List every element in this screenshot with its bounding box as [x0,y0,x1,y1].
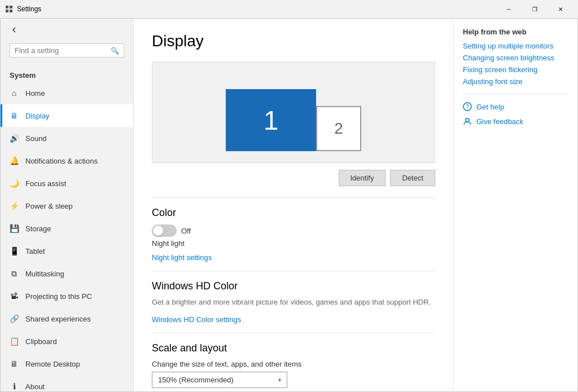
monitor-buttons: Identify Detect [152,170,435,186]
divider-1 [152,197,435,198]
close-button[interactable]: ✕ [548,0,573,18]
monitor-preview: 1 2 [152,61,435,163]
sidebar-label-storage: Storage [25,224,124,233]
night-light-toggle[interactable] [152,224,177,237]
scale-dropdown-arrow: ▾ [278,377,281,383]
help-link[interactable]: Setting up multiple monitors [463,42,568,50]
sidebar-item-storage[interactable]: 💾 Storage [1,217,133,240]
identify-button[interactable]: Identify [339,170,386,186]
scale-field-label: Change the size of text, apps, and other… [152,360,435,368]
svg-text:?: ? [466,104,469,110]
titlebar-controls: ─ ❐ ✕ [496,0,573,18]
sidebar-label-home: Home [25,89,124,98]
help-link[interactable]: Adjusting font size [463,77,568,86]
content-area: Display 1 2 Identify Detect Color [134,19,577,391]
help-links: Setting up multiple monitorsChanging scr… [463,42,568,86]
app-container: 🔍 System ⌂ Home 🖥 Display 🔊 Sound 🔔 Noti… [0,18,578,392]
scale-dropdown[interactable]: 150% (Recommended) ▾ [152,372,287,388]
monitor-1[interactable]: 1 [226,89,316,151]
sidebar: 🔍 System ⌂ Home 🖥 Display 🔊 Sound 🔔 Noti… [1,19,134,391]
sidebar-item-sound[interactable]: 🔊 Sound [1,127,133,149]
sidebar-label-remote: Remote Desktop [25,360,124,368]
remote-icon: 🖥 [10,359,19,368]
titlebar: Settings ─ ❐ ✕ [0,0,578,18]
sidebar-item-clipboard[interactable]: 📋 Clipboard [1,330,133,353]
sidebar-item-display[interactable]: 🖥 Display [1,104,133,127]
sidebar-item-power[interactable]: ⚡ Power & sleep [1,195,133,217]
give-feedback-label: Give feedback [476,117,523,126]
svg-point-6 [466,118,469,122]
give-feedback-action[interactable]: Give feedback [463,117,568,126]
sidebar-label-sound: Sound [25,134,124,143]
sidebar-item-shared[interactable]: 🔗 Shared experiences [1,307,133,330]
multitasking-icon: ⧉ [10,269,19,278]
sidebar-label-clipboard: Clipboard [25,337,124,346]
search-input[interactable] [15,46,111,55]
power-icon: ⚡ [10,201,19,210]
sidebar-label-multitasking: Multitasking [25,270,124,278]
notifications-icon: 🔔 [10,156,19,165]
sidebar-label-notifications: Notifications & actions [25,157,124,165]
sidebar-item-home[interactable]: ⌂ Home [1,82,133,104]
svg-rect-1 [10,6,12,8]
nav-list: ⌂ Home 🖥 Display 🔊 Sound 🔔 Notifications… [1,82,133,391]
night-light-label: Night light [152,239,435,248]
storage-icon: 💾 [10,224,19,233]
give-feedback-icon [463,117,472,126]
toggle-thumb [153,226,163,236]
sidebar-label-about: About [25,382,124,391]
sidebar-item-projecting[interactable]: 📽 Projecting to this PC [1,285,133,307]
svg-rect-3 [10,10,12,12]
sidebar-item-remote[interactable]: 🖥 Remote Desktop [1,353,133,375]
clipboard-icon: 📋 [10,337,19,346]
get-help-action[interactable]: ? Get help [463,102,568,111]
back-button[interactable] [3,19,25,41]
divider-2 [152,271,435,271]
help-divider [463,94,568,94]
projecting-icon: 📽 [10,292,19,301]
sidebar-item-focus[interactable]: 🌙 Focus assist [1,172,133,195]
about-icon: ℹ [10,382,19,391]
sidebar-item-tablet[interactable]: 📱 Tablet [1,240,133,262]
sidebar-label-focus: Focus assist [25,179,124,188]
search-box: 🔍 [10,43,124,58]
sidebar-item-about[interactable]: ℹ About [1,375,133,391]
hd-color-title: Windows HD Color [152,280,435,292]
help-title: Help from the web [463,28,568,36]
help-link[interactable]: Changing screen brightness [463,54,568,62]
search-icon[interactable]: 🔍 [111,47,119,55]
monitor-area: 1 2 [226,89,361,151]
monitor-2[interactable]: 2 [316,106,361,151]
titlebar-title: Settings [17,5,496,13]
get-help-label: Get help [476,103,504,111]
sidebar-item-notifications[interactable]: 🔔 Notifications & actions [1,149,133,172]
sidebar-item-multitasking[interactable]: ⧉ Multitasking [1,262,133,285]
night-light-row: Off [152,224,435,237]
scale-value: 150% (Recommended) [158,376,234,384]
svg-rect-2 [6,10,8,12]
minimize-button[interactable]: ─ [496,0,522,18]
sidebar-label-shared: Shared experiences [25,315,124,323]
sidebar-top [1,19,133,41]
help-link[interactable]: Fixing screen flickering [463,65,568,74]
system-section-label: System [1,67,133,82]
svg-rect-0 [6,6,8,8]
right-panel: Help from the web Setting up multiple mo… [453,19,577,391]
focus-icon: 🌙 [10,179,19,188]
sound-icon: 🔊 [10,134,19,143]
search-container: 🔍 [1,41,133,67]
sidebar-label-tablet: Tablet [25,247,124,256]
main-content: Display 1 2 Identify Detect Color [134,19,453,391]
detect-button[interactable]: Detect [390,170,435,186]
night-light-settings-link[interactable]: Night light settings [152,253,212,262]
titlebar-icon [5,5,14,14]
divider-3 [152,333,435,333]
restore-button[interactable]: ❐ [522,0,548,18]
scale-layout-title: Scale and layout [152,342,435,354]
display-icon: 🖥 [10,111,19,120]
shared-icon: 🔗 [10,314,19,323]
tablet-icon: 📱 [10,246,19,256]
hd-color-link[interactable]: Windows HD Color settings [152,315,241,324]
night-light-state: Off [181,227,191,235]
sidebar-label-power: Power & sleep [25,202,124,210]
